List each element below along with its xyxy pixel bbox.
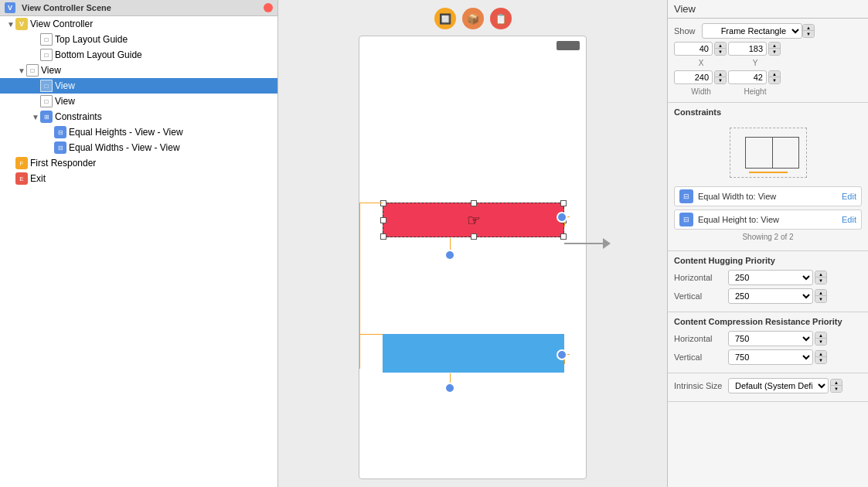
arrow-constraints: ▼ xyxy=(31,113,40,121)
y-stepper-up[interactable]: ▲ xyxy=(769,43,780,49)
intrinsic-stepper[interactable]: ▲ ▼ xyxy=(830,379,842,393)
tree-item-view2[interactable]: □ View xyxy=(0,94,277,109)
scene-icon: V xyxy=(5,2,15,13)
h-stepper[interactable]: ▲ ▼ xyxy=(768,70,781,84)
w-stepper-up[interactable]: ▲ xyxy=(715,71,726,77)
hugging-v-stepper[interactable]: ▲ ▼ xyxy=(815,289,827,303)
icon-equal-widths: ⊟ xyxy=(54,141,66,154)
intrinsic-stepper-up[interactable]: ▲ xyxy=(831,380,842,386)
red-view[interactable]: ☞ xyxy=(383,203,564,237)
phone-frame: ☞ xyxy=(359,36,587,479)
show-select[interactable]: Frame Rectangle xyxy=(702,23,802,39)
intrinsic-select[interactable]: Default (System Defined) xyxy=(728,378,829,393)
compression-h-stepper-dn[interactable]: ▼ xyxy=(815,339,826,345)
tree-item-equal-widths[interactable]: ⊟ Equal Widths - View - View xyxy=(0,140,277,155)
arrow-vc: ▼ xyxy=(6,20,15,29)
compression-v-select[interactable]: 750 xyxy=(728,349,813,365)
label-equal-heights: Equal Heights - View - View xyxy=(69,127,183,138)
y-label: Y xyxy=(731,59,779,67)
hugging-h-select[interactable]: 250 xyxy=(728,270,813,285)
toolbar-icon-2[interactable]: 📦 xyxy=(462,8,484,29)
left-panel: V View Controller Scene ▼ V View Control… xyxy=(0,0,278,487)
tree-item-top-layout[interactable]: □ Top Layout Guide xyxy=(0,32,277,47)
hugging-h-row: Horizontal 250 ▲ ▼ xyxy=(674,270,862,285)
right-panel-header: View xyxy=(668,0,868,19)
tree-item-view-selected[interactable]: □ View xyxy=(0,78,277,94)
tree-item-bottom-layout[interactable]: □ Bottom Layout Guide xyxy=(0,47,277,63)
compression-v-label: Vertical xyxy=(674,352,728,362)
hugging-h-stepper[interactable]: ▲ ▼ xyxy=(815,271,827,284)
blue-view[interactable] xyxy=(383,334,564,373)
x-label: X xyxy=(677,59,725,67)
constraints-title: Constraints xyxy=(674,107,862,117)
handle-lc[interactable] xyxy=(380,217,386,223)
constraint-text-2: Equal Height to: View xyxy=(698,215,837,224)
hugging-v-stepper-up[interactable]: ▲ xyxy=(815,290,826,296)
handle-bl[interactable] xyxy=(380,233,386,240)
hugging-v-stepper-dn[interactable]: ▼ xyxy=(815,296,826,302)
constraint-item-2: ⊟ Equal Height to: View Edit xyxy=(674,209,862,230)
show-label: Show xyxy=(674,26,702,36)
tree-item-first-responder[interactable]: F First Responder xyxy=(0,155,277,171)
hugging-h-label: Horizontal xyxy=(674,273,728,282)
tree-item-equal-heights[interactable]: ⊟ Equal Heights - View - View xyxy=(0,124,277,140)
x-stepper[interactable]: ▲ ▼ xyxy=(714,42,727,56)
icon-top-layout: □ xyxy=(40,33,53,46)
x-input[interactable] xyxy=(674,42,713,56)
width-input[interactable] xyxy=(674,70,713,84)
show-stepper[interactable]: ▲ ▼ xyxy=(802,24,815,38)
constraint-text-1: Equal Width to: View xyxy=(698,192,837,201)
h-stepper-dn[interactable]: ▼ xyxy=(769,77,780,83)
w-stepper[interactable]: ▲ ▼ xyxy=(714,70,727,84)
status-bar xyxy=(557,41,580,50)
handle-bc[interactable] xyxy=(471,233,477,240)
height-input[interactable] xyxy=(728,70,767,84)
handle-tc[interactable] xyxy=(471,200,477,206)
h-stepper-up[interactable]: ▲ xyxy=(769,71,780,77)
arrow-view-parent: ▼ xyxy=(17,66,26,75)
compression-v-stepper-up[interactable]: ▲ xyxy=(815,351,826,357)
y-stepper-dn[interactable]: ▼ xyxy=(769,49,780,55)
tree-item-exit[interactable]: E Exit xyxy=(0,171,277,186)
compression-v-stepper[interactable]: ▲ ▼ xyxy=(815,350,827,364)
stepper-up[interactable]: ▲ xyxy=(803,25,814,31)
toolbar-icon-1[interactable]: 🔲 xyxy=(434,8,456,29)
compression-h-select[interactable]: 750 xyxy=(728,331,813,346)
hugging-v-select[interactable]: 250 xyxy=(728,288,813,304)
toolbar-icon-3[interactable]: 📋 xyxy=(490,8,512,29)
x-stepper-up[interactable]: ▲ xyxy=(715,43,726,49)
constraint-icon-1: ⊟ xyxy=(679,189,693,203)
close-button[interactable] xyxy=(264,3,273,12)
handle-tr[interactable] xyxy=(560,200,567,206)
show-row: Show Frame Rectangle ▲ ▼ xyxy=(674,23,862,39)
scene-header: V View Controller Scene xyxy=(0,0,277,16)
y-input[interactable] xyxy=(728,42,767,56)
stepper-dn[interactable]: ▼ xyxy=(803,31,814,37)
x-stepper-dn[interactable]: ▼ xyxy=(715,49,726,55)
hugging-h-stepper-dn[interactable]: ▼ xyxy=(815,278,826,284)
compression-title: Content Compression Resistance Priority xyxy=(674,317,862,326)
handle-tl[interactable] xyxy=(380,200,386,206)
blue-pin-bottom xyxy=(444,383,455,393)
tree-item-vc[interactable]: ▼ V View Controller xyxy=(0,16,277,32)
hugging-h-stepper-up[interactable]: ▲ xyxy=(815,271,826,278)
constraint-pin-right xyxy=(557,212,567,223)
showing-text: Showing 2 of 2 xyxy=(674,233,862,241)
icon-exit: E xyxy=(15,172,28,185)
compression-v-stepper-dn[interactable]: ▼ xyxy=(815,357,826,363)
w-stepper-dn[interactable]: ▼ xyxy=(715,77,726,83)
intrinsic-stepper-dn[interactable]: ▼ xyxy=(831,386,842,392)
compression-h-stepper-up[interactable]: ▲ xyxy=(815,332,826,339)
constraint-edit-2[interactable]: Edit xyxy=(842,215,856,224)
constraint-edit-1[interactable]: Edit xyxy=(842,192,856,201)
tree-item-constraints[interactable]: ▼ ⊞ Constraints xyxy=(0,109,277,124)
label-first-responder: First Responder xyxy=(30,158,96,169)
y-stepper[interactable]: ▲ ▼ xyxy=(768,42,781,56)
compression-v-row: Vertical 750 ▲ ▼ xyxy=(674,349,862,365)
tree-item-view-parent[interactable]: ▼ □ View xyxy=(0,63,277,78)
intrinsic-label: Intrinsic Size xyxy=(674,381,728,390)
icon-equal-heights: ⊟ xyxy=(54,126,66,138)
compression-h-stepper[interactable]: ▲ ▼ xyxy=(815,332,827,346)
constraint-icon-2: ⊟ xyxy=(679,213,693,226)
center-panel: 🔲 📦 📋 ☞ xyxy=(278,0,667,487)
